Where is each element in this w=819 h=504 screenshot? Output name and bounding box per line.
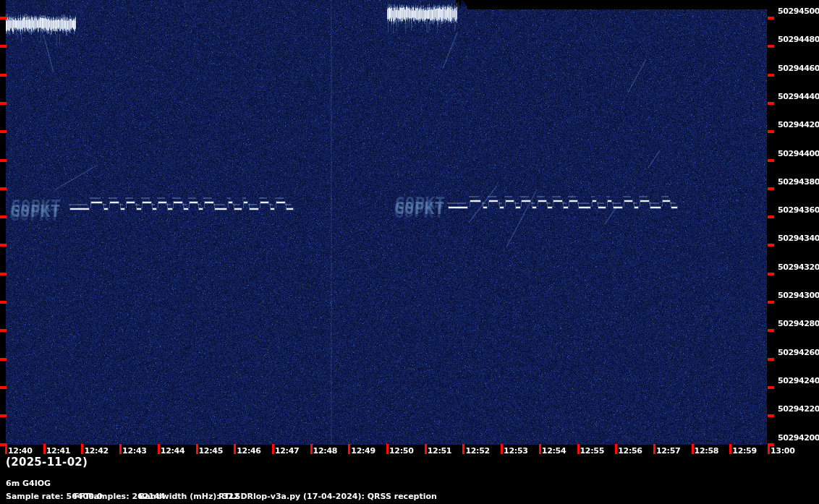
time-tick-label: 12:57 [656, 446, 681, 456]
time-tick [119, 444, 122, 454]
time-tick-label: 12:54 [542, 446, 566, 456]
time-tick-label: 12:55 [580, 446, 605, 456]
freq-tick-label: 50294440 [778, 92, 819, 102]
time-tick [577, 444, 580, 454]
freq-tick [768, 102, 774, 105]
freq-tick-label: 50294220 [778, 404, 819, 414]
time-tick-label: 12:56 [618, 446, 642, 456]
time-tick [81, 444, 83, 454]
freq-tick [768, 443, 774, 446]
time-tick-label: 12:53 [504, 446, 528, 456]
freq-tick-label: 50294360 [778, 205, 819, 215]
time-tick-label: 13:00 [771, 446, 795, 456]
freq-tick-label: 50294500 [778, 7, 819, 17]
freq-tick-label: 50294340 [778, 234, 819, 244]
time-tick [348, 444, 350, 454]
time-tick-label: 12:49 [351, 446, 375, 456]
time-tick-label: 12:59 [732, 446, 757, 456]
freq-tick [768, 414, 774, 417]
freq-tick-label: 50294460 [778, 64, 819, 74]
freq-tick-label: 50294400 [778, 149, 819, 159]
time-tick [386, 444, 389, 454]
time-tick-label: 12:46 [237, 446, 261, 456]
time-tick-label: 12:45 [199, 446, 224, 456]
freq-tick-label: 50294320 [778, 262, 819, 273]
time-tick [653, 444, 655, 454]
time-tick [768, 444, 770, 454]
freq-tick-label: 50294380 [778, 177, 819, 187]
time-tick-label: 12:51 [428, 446, 452, 456]
freq-tick [768, 17, 774, 20]
freq-tick [768, 386, 774, 389]
time-tick-label: 12:44 [161, 446, 185, 456]
time-tick-label: 12:58 [695, 446, 719, 456]
time-tick [234, 444, 236, 454]
freq-tick-label: 50294300 [778, 291, 819, 301]
time-tick [462, 444, 464, 454]
time-tick-label: 12:47 [275, 446, 300, 456]
freq-tick [768, 45, 774, 48]
time-tick [729, 444, 731, 454]
time-tick-label: 12:42 [84, 446, 109, 456]
time-tick-label: 12:43 [122, 446, 147, 456]
freq-tick [768, 273, 774, 276]
time-tick-label: 12:52 [465, 446, 490, 456]
app-title-label: RTLSDRlop-v3a.py (17-04-2024): QRSS rece… [218, 492, 437, 501]
freq-tick [768, 358, 774, 361]
time-tick [158, 444, 160, 454]
time-tick [425, 444, 427, 454]
time-tick-label: 12:41 [46, 446, 71, 456]
freq-tick [768, 215, 774, 218]
freq-tick [768, 130, 774, 133]
time-tick [43, 444, 46, 454]
freq-tick-label: 50294260 [778, 348, 819, 358]
time-tick [501, 444, 503, 454]
time-tick-label: 12:40 [8, 446, 33, 456]
spectrogram-canvas [6, 0, 767, 445]
freq-tick [768, 301, 774, 304]
band-callsign-label: 6m G4IOG [6, 479, 51, 488]
freq-tick [768, 159, 774, 162]
freq-tick [768, 187, 774, 190]
time-tick [272, 444, 274, 454]
time-tick [196, 444, 198, 454]
time-tick [5, 444, 7, 454]
freq-tick-label: 50294480 [778, 35, 819, 45]
time-tick [615, 444, 617, 454]
freq-tick [768, 74, 774, 77]
freq-tick [768, 329, 774, 332]
time-tick-label: 12:50 [389, 446, 414, 456]
freq-tick-label: 50294280 [778, 319, 819, 329]
time-tick [692, 444, 694, 454]
freq-tick-label: 50294420 [778, 120, 819, 130]
time-tick [539, 444, 541, 454]
time-tick-label: 12:48 [313, 446, 338, 456]
date-label: (2025-11-02) [6, 456, 88, 469]
time-tick [310, 444, 313, 454]
freq-tick-label: 50294240 [778, 376, 819, 386]
freq-tick-label: 50294200 [778, 433, 819, 443]
freq-tick [768, 244, 774, 247]
qrss-waterfall-app: 5029450050294480502944605029444050294420… [0, 0, 819, 504]
